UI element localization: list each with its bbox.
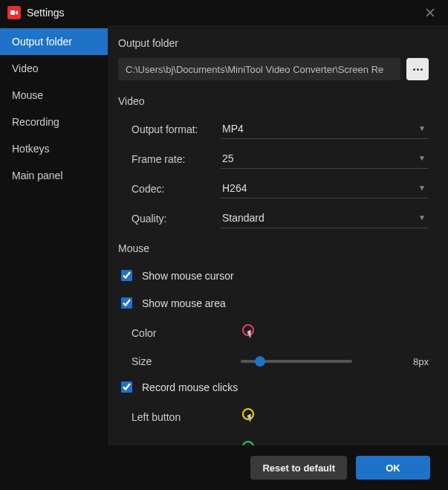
codec-select[interactable]: H264 ▼ bbox=[221, 179, 429, 199]
window-title: Settings bbox=[27, 7, 65, 19]
chevron-down-icon: ▼ bbox=[418, 154, 426, 162]
show-mouse-area-checkbox[interactable] bbox=[121, 297, 132, 309]
mouse-area-size-label: Size bbox=[132, 355, 232, 367]
quality-label: Quality: bbox=[132, 213, 221, 225]
close-button[interactable] bbox=[420, 2, 441, 23]
sidebar-item-mouse[interactable]: Mouse bbox=[0, 82, 108, 109]
chevron-down-icon: ▼ bbox=[418, 124, 426, 132]
show-mouse-cursor-checkbox[interactable] bbox=[121, 270, 132, 281]
output-format-select[interactable]: MP4 ▼ bbox=[221, 120, 429, 139]
middle-button-color-picker[interactable] bbox=[239, 439, 260, 445]
app-icon bbox=[7, 6, 21, 19]
browse-button[interactable] bbox=[406, 58, 429, 80]
sidebar-item-recording[interactable]: Recording bbox=[0, 109, 108, 135]
chevron-down-icon: ▼ bbox=[418, 213, 426, 222]
ok-button[interactable]: OK bbox=[356, 456, 430, 480]
middle-button-label: Middle button bbox=[132, 444, 239, 445]
reset-to-default-button[interactable]: Reset to default bbox=[250, 456, 347, 480]
section-mouse: Mouse bbox=[118, 242, 429, 254]
title-bar: Settings bbox=[0, 0, 448, 25]
frame-rate-label: Frame rate: bbox=[132, 153, 221, 165]
left-button-color-picker[interactable] bbox=[239, 407, 260, 428]
ellipsis-icon bbox=[413, 68, 423, 71]
mouse-area-color-label: Color bbox=[132, 327, 239, 339]
frame-rate-select[interactable]: 25 ▼ bbox=[221, 149, 429, 169]
quality-select[interactable]: Standard ▼ bbox=[221, 209, 429, 228]
record-mouse-clicks-checkbox[interactable] bbox=[121, 381, 132, 393]
close-icon bbox=[426, 8, 435, 17]
record-mouse-clicks-label: Record mouse clicks bbox=[142, 381, 238, 393]
mouse-area-color-picker[interactable] bbox=[239, 323, 260, 344]
sidebar-item-video[interactable]: Video bbox=[0, 55, 108, 82]
sidebar-item-output-folder[interactable]: Output folder bbox=[0, 28, 108, 55]
left-button-label: Left button bbox=[132, 411, 239, 423]
section-output-folder: Output folder bbox=[118, 37, 429, 49]
sidebar: Output folder Video Mouse Recording Hotk… bbox=[0, 25, 108, 445]
show-mouse-area-label: Show mouse area bbox=[142, 297, 226, 309]
mouse-area-size-slider[interactable] bbox=[241, 360, 352, 363]
chevron-down-icon: ▼ bbox=[418, 184, 426, 192]
sidebar-item-hotkeys[interactable]: Hotkeys bbox=[0, 135, 108, 162]
sidebar-item-main-panel[interactable]: Main panel bbox=[0, 162, 108, 189]
output-folder-input[interactable] bbox=[118, 58, 400, 80]
content-panel: Output folder Video Output format: MP4 ▼… bbox=[108, 25, 448, 445]
show-mouse-cursor-label: Show mouse cursor bbox=[142, 270, 234, 282]
footer: Reset to default OK bbox=[0, 445, 448, 490]
output-format-label: Output format: bbox=[132, 123, 221, 135]
mouse-area-size-value: 8px bbox=[392, 356, 429, 367]
svg-rect-0 bbox=[10, 10, 15, 15]
section-video: Video bbox=[118, 95, 429, 107]
codec-label: Codec: bbox=[132, 183, 221, 195]
